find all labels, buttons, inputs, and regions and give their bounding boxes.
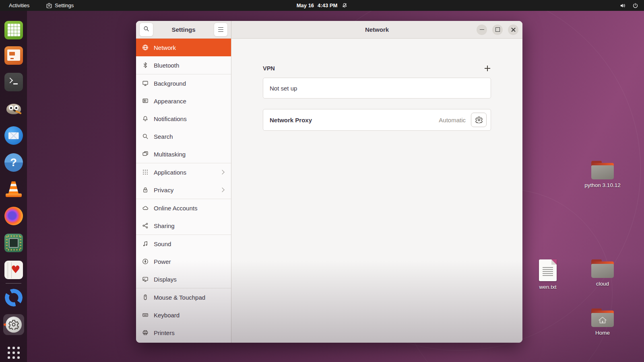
music-note-icon [142,241,149,247]
sidebar-item-notifications[interactable]: Notifications [136,110,231,128]
display-icon [142,276,149,282]
sidebar-item-background[interactable]: Background [136,74,231,92]
sidebar-item-applications[interactable]: Applications [136,163,231,181]
hamburger-icon [218,27,223,32]
chevron-right-icon [220,170,224,174]
focused-app-menu[interactable]: Settings [46,2,74,8]
app-grid-icon[interactable] [4,343,23,362]
proxy-settings-button[interactable] [471,113,487,127]
dock [0,11,27,362]
dock-separator [6,283,21,284]
sidebar-item-mouse-touchpad[interactable]: Mouse & Touchpad [136,288,231,306]
bluetooth-icon [142,62,149,68]
terminal-icon[interactable] [4,72,23,92]
desktop: Activities Settings May 16 4:43 PM [0,0,644,362]
search-icon [142,133,149,140]
folder-icon [591,259,614,278]
sidebar-item-printers[interactable]: Printers [136,324,231,341]
desktop-icon-wen-txt[interactable]: wen.txt [524,259,571,290]
sidebar-item-multitasking[interactable]: Multitasking [136,145,231,163]
power-icon[interactable] [632,2,638,8]
desktop-icon-label: cloud [596,281,609,287]
vpn-section-heading: VPN [263,65,275,72]
help-icon[interactable] [4,153,23,172]
content-header: Network [231,21,522,39]
home-folder-icon [591,309,614,327]
sidebar-item-keyboard[interactable]: Keyboard [136,306,231,324]
text-file-icon [539,259,557,281]
notifications-disabled-icon [341,2,347,8]
libreoffice-calc-icon[interactable] [4,21,23,40]
network-proxy-row[interactable]: Network Proxy Automatic [263,109,491,131]
vpn-status-label: Not set up [270,85,297,92]
activities-button[interactable]: Activities [9,2,29,8]
bell-icon [142,115,149,122]
proxy-mode-value: Automatic [439,117,466,123]
close-button[interactable] [508,25,518,35]
vlc-icon[interactable] [4,179,23,199]
printer-icon [142,329,149,336]
house-icon [598,316,607,325]
app-grid-icon [142,169,149,175]
primary-menu-button[interactable] [214,23,228,37]
sidebar-item-online-accounts[interactable]: Online Accounts [136,199,231,217]
desktop-icon-home[interactable]: Home [579,309,626,336]
circuit-chip-icon[interactable] [4,233,23,253]
window-title-settings: Settings [171,26,195,33]
folder-icon [591,161,614,179]
maximize-icon [495,27,500,32]
network-page: VPN Not set up Network Proxy Automatic [231,39,522,343]
sidebar-item-displays[interactable]: Displays [136,270,231,288]
libreoffice-impress-icon[interactable] [4,46,23,65]
appearance-icon [142,98,149,104]
sidebar-item-search[interactable]: Search [136,128,231,145]
lock-icon [142,187,149,193]
windows-icon [142,151,149,157]
background-icon [142,80,149,86]
running-indicator [4,323,6,326]
firefox-icon[interactable] [4,206,23,226]
mouse-icon [142,294,149,300]
desktop-icon-python[interactable]: python 3.10.12 [579,161,626,188]
maximize-button[interactable] [492,25,503,35]
settings-sidebar: Network Bluetooth Background Appearance … [136,39,231,343]
vpn-status-row[interactable]: Not set up [263,78,491,99]
page-title: Network [365,26,389,33]
settings-dock-icon[interactable] [3,314,24,335]
sidebar-header: Settings [136,21,231,39]
minimize-icon [480,29,484,30]
globe-icon [142,44,149,51]
top-bar: Activities Settings May 16 4:43 PM [0,0,644,11]
search-icon [143,26,149,33]
settings-window: Settings Network Network Bluetooth [136,21,522,343]
thunderbird-icon[interactable] [4,126,23,145]
solitaire-icon[interactable] [4,260,23,280]
gear-icon [475,116,483,123]
gear-icon [46,3,52,8]
chevron-right-icon [220,187,224,192]
sidebar-item-bluetooth[interactable]: Bluetooth [136,56,231,74]
minimize-button[interactable] [477,25,487,35]
sidebar-item-privacy[interactable]: Privacy [136,181,231,199]
keyboard-icon [142,312,149,318]
time-label: 4:43 PM [318,2,337,8]
desktop-icon-label: Home [595,330,610,336]
desktop-icon-label: wen.txt [539,284,557,290]
search-button[interactable] [139,23,153,37]
sidebar-item-appearance[interactable]: Appearance [136,92,231,110]
desktop-icon-cloud[interactable]: cloud [579,259,626,287]
date-label: May 16 [297,2,314,8]
sidebar-item-network[interactable]: Network [136,39,231,56]
network-proxy-label: Network Proxy [270,117,312,123]
power-bolt-icon [142,258,149,265]
gimp-icon[interactable] [4,100,23,119]
sidebar-item-power[interactable]: Power [136,253,231,270]
sidebar-item-sound[interactable]: Sound [136,235,231,253]
cloud-icon [142,205,149,211]
sidebar-item-sharing[interactable]: Sharing [136,217,231,234]
clock-menu[interactable]: May 16 4:43 PM [297,2,348,8]
add-vpn-button[interactable] [484,65,491,72]
share-icon [142,222,149,229]
software-updater-icon[interactable] [4,288,23,307]
volume-icon[interactable] [619,2,626,9]
